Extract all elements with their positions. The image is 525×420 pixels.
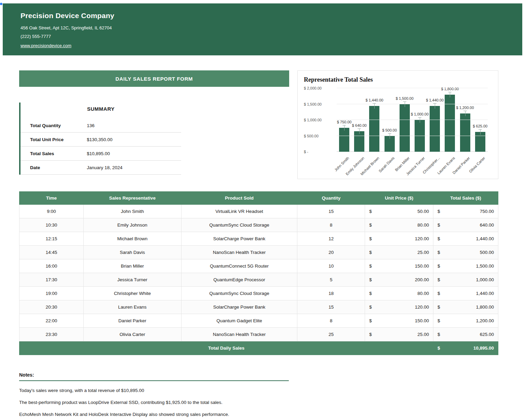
table-row: 9:00John SmithVirtualLink VR Headset15$5… xyxy=(19,205,498,218)
currency-symbol: $ xyxy=(438,277,440,282)
time-cell: 9:00 xyxy=(19,205,84,218)
time-cell: 22:00 xyxy=(19,314,84,328)
chart-bars: $ 750.00$ 640.00$ 1,440.00$ 500.00$ 1,50… xyxy=(337,88,488,152)
sales-rep-cell: Christopher White xyxy=(83,287,181,300)
time-cell: 19:00 xyxy=(19,287,84,300)
chart-y-tick-label: $ - xyxy=(304,150,335,154)
chart-error-bar xyxy=(357,128,361,134)
table-row: 20:30Lauren EvansSolarCharge Power Bank1… xyxy=(19,300,498,314)
total-amount: 10,895.00 xyxy=(473,346,494,351)
table-row: 16:00Brian MillerQuantumConnect 5G Route… xyxy=(19,259,498,273)
currency-symbol: $ xyxy=(369,209,372,214)
chart-bar xyxy=(475,132,485,152)
total-sales-cell: $1,200.00 xyxy=(433,314,498,328)
product-cell: QuantumSync Cloud Storage xyxy=(181,287,297,300)
chart-bar-column: $ 1,440.00 xyxy=(427,98,442,152)
currency-symbol: $ xyxy=(369,291,372,296)
sales-table-body: 9:00John SmithVirtualLink VR Headset15$5… xyxy=(19,205,498,341)
unit-price-cell: $150.00 xyxy=(365,314,433,328)
unit-price-cell: $120.00 xyxy=(365,300,433,314)
amount: 1,000.00 xyxy=(476,277,494,282)
chart-bar-column: $ 625.00 xyxy=(473,124,488,152)
amount: 80.00 xyxy=(417,291,429,296)
currency-symbol: $ xyxy=(438,236,440,241)
time-cell: 16:00 xyxy=(19,259,84,273)
sales-rep-cell: Sarah Davis xyxy=(83,246,181,259)
company-header: Precision Device Company 456 Oak Street,… xyxy=(3,3,522,55)
report-title-banner: DAILY SALES REPORT FORM xyxy=(19,70,289,87)
note-line: Today's sales were strong, with a total … xyxy=(19,388,498,393)
chart-bar-column: $ 750.00 xyxy=(337,120,352,152)
chart-bar-column: $ 1,800.00 xyxy=(442,87,457,152)
amount: 80.00 xyxy=(417,222,429,228)
total-sales-cell: $1,000.00 xyxy=(433,273,498,287)
note-line: The best-performing product was LoopDriv… xyxy=(19,400,498,405)
unit-price-cell: $200.00 xyxy=(365,273,433,287)
quantity-cell: 18 xyxy=(297,287,365,300)
total-sales-cell: $640.00 xyxy=(433,218,498,232)
chart-bar xyxy=(354,131,364,152)
column-header: Unit Price ($) xyxy=(365,192,433,205)
amount: 1,800.00 xyxy=(476,304,494,310)
table-total-row: Total Daily Sales $ 10,895.00 xyxy=(19,341,498,355)
product-cell: NanoScan Health Tracker xyxy=(181,328,297,341)
summary-row-value: $130,350.00 xyxy=(87,137,112,142)
company-name: Precision Device Company xyxy=(21,12,509,20)
currency-symbol: $ xyxy=(438,318,440,323)
sales-rep-cell: Brian Miller xyxy=(83,259,181,273)
total-daily-sales-label: Total Daily Sales xyxy=(19,341,433,355)
unit-price-cell: $25.00 xyxy=(365,328,433,341)
amount: 625.00 xyxy=(480,332,494,337)
chart-x-label: Sarah Davis xyxy=(382,154,397,177)
time-cell: 10:30 xyxy=(19,218,84,232)
table-row: 19:00Christopher WhiteQuantumSync Cloud … xyxy=(19,287,498,300)
currency-symbol: $ xyxy=(438,209,440,214)
product-cell: Quantum Gadget Elite xyxy=(181,314,297,328)
chart-bar-column: $ 1,000.00 xyxy=(412,112,427,152)
currency-symbol: $ xyxy=(438,291,440,296)
amount: 200.00 xyxy=(415,277,429,282)
chart-x-labels: John SmithEmily JohnsonMichael BrownSara… xyxy=(337,154,488,177)
report-body: DAILY SALES REPORT FORM SUMMARY Total Qu… xyxy=(0,55,525,420)
table-row: 14:45Sarah DavisNanoScan Health Tracker2… xyxy=(19,246,498,259)
chart-bar xyxy=(415,120,425,152)
amount: 640.00 xyxy=(480,222,494,228)
sales-rep-cell: Daniel Parker xyxy=(83,314,181,328)
chart-data-label: $ 1,440.00 xyxy=(365,98,383,102)
notes-section: Notes: Today's sales were strong, with a… xyxy=(19,372,498,420)
time-cell: 23:30 xyxy=(19,328,84,341)
column-header: Sales Representative xyxy=(83,192,181,205)
time-cell: 14:45 xyxy=(19,246,84,259)
sales-table: TimeSales RepresentativeProduct SoldQuan… xyxy=(19,191,498,355)
summary-row-label: Total Sales xyxy=(30,151,87,156)
notes-title: Notes: xyxy=(19,372,289,381)
chart-bar xyxy=(430,106,440,152)
summary-row-label: Total Quantity xyxy=(30,123,87,128)
sales-rep-cell: Olivia Carter xyxy=(83,328,181,341)
currency-symbol: $ xyxy=(438,250,440,255)
sales-rep-cell: John Smith xyxy=(83,205,181,218)
chart-y-tick-label: $ 1,000.00 xyxy=(304,118,335,122)
chart-error-bar xyxy=(463,111,467,116)
sales-chart: Representative Total Sales $ 750.00$ 640… xyxy=(297,70,498,179)
summary-row-label: Total Unit Price xyxy=(30,137,87,142)
company-website-link[interactable]: www.precisiondevice.com xyxy=(21,43,71,48)
amount: 120.00 xyxy=(415,304,429,310)
chart-data-label: $ 1,440.00 xyxy=(426,98,444,102)
product-cell: SolarCharge Power Bank xyxy=(181,300,297,314)
quantity-cell: 25 xyxy=(297,328,365,341)
amount: 120.00 xyxy=(415,236,429,241)
unit-price-cell: $50.00 xyxy=(365,205,433,218)
unit-price-cell: $80.00 xyxy=(365,287,433,300)
product-cell: QuantumEdge Processor xyxy=(181,273,297,287)
currency-symbol: $ xyxy=(369,318,372,323)
currency-symbol: $ xyxy=(369,250,372,255)
chart-x-label: Olivia Carter xyxy=(473,154,488,177)
company-phone: (222) 555-7777 xyxy=(21,34,509,39)
chart-data-label: $ 625.00 xyxy=(473,124,487,128)
amount: 1,200.00 xyxy=(476,318,494,323)
unit-price-cell: $120.00 xyxy=(365,232,433,246)
unit-price-cell: $150.00 xyxy=(365,259,433,273)
summary-rows: Total Quantity136Total Unit Price$130,35… xyxy=(21,119,181,175)
quantity-cell: 15 xyxy=(297,300,365,314)
